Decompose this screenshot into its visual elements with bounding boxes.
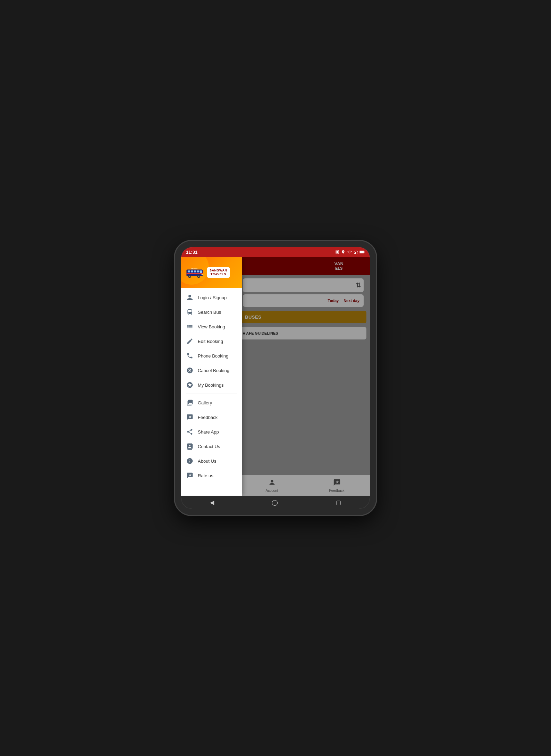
contact-icon xyxy=(186,443,194,450)
gallery-icon xyxy=(186,399,194,406)
menu-item-share-app[interactable]: Share App xyxy=(181,425,242,439)
search-bus-label: Search Bus xyxy=(198,310,221,315)
svg-rect-14 xyxy=(194,270,196,272)
menu-item-search-bus[interactable]: Search Bus xyxy=(181,305,242,319)
nav-bar: ◀ ◯ ▢ xyxy=(181,496,370,509)
svg-point-3 xyxy=(343,251,344,252)
svg-rect-15 xyxy=(197,270,200,272)
section-divider xyxy=(186,394,237,394)
share-app-label: Share App xyxy=(198,429,219,435)
svg-rect-13 xyxy=(191,270,193,272)
menu-item-about-us[interactable]: About Us xyxy=(181,454,242,468)
svg-rect-1 xyxy=(337,251,338,253)
sim-icon xyxy=(335,250,339,254)
device-frame: 11:31 VAN EL xyxy=(175,241,376,515)
view-booking-label: View Booking xyxy=(198,324,225,329)
about-us-label: About Us xyxy=(198,459,216,464)
drawer-header: SANGWAN SANGWAN TRAVELS xyxy=(181,257,242,288)
wifi-icon xyxy=(347,250,352,254)
recents-button[interactable]: ▢ xyxy=(329,496,348,509)
svg-rect-6 xyxy=(357,251,357,254)
back-button[interactable]: ◀ xyxy=(203,496,221,509)
menu-item-rate-us[interactable]: Rate us xyxy=(181,468,242,483)
feedback-icon xyxy=(186,413,194,421)
info-icon xyxy=(186,457,194,465)
home-button[interactable]: ◯ xyxy=(265,496,285,509)
person-icon xyxy=(186,294,194,301)
menu-item-view-booking[interactable]: View Booking xyxy=(181,319,242,334)
cancel-icon xyxy=(186,367,194,374)
menu-item-phone-booking[interactable]: Phone Booking xyxy=(181,348,242,363)
brand-name-line2: TRAVELS xyxy=(210,272,227,276)
bus-logo-area: SANGWAN SANGWAN TRAVELS xyxy=(185,266,230,279)
menu-item-login-signup[interactable]: Login / Signup xyxy=(181,290,242,305)
bus-image: SANGWAN xyxy=(185,266,204,279)
login-signup-label: Login / Signup xyxy=(198,295,227,300)
gallery-label: Gallery xyxy=(198,400,212,405)
status-time: 11:31 xyxy=(186,250,197,255)
menu-item-gallery[interactable]: Gallery xyxy=(181,395,242,410)
svg-point-21 xyxy=(198,276,199,277)
share-icon xyxy=(186,428,194,436)
svg-rect-5 xyxy=(355,252,356,254)
svg-rect-16 xyxy=(200,270,202,273)
list-icon xyxy=(186,323,194,330)
status-bar: 11:31 xyxy=(181,247,370,257)
screen-content: VAN ELS ⇅ Today Next day xyxy=(181,257,370,496)
phone-icon xyxy=(186,352,194,360)
brand-name-line1: SANGWAN xyxy=(210,269,227,272)
menu-item-feedback[interactable]: Feedback xyxy=(181,410,242,425)
rate-us-label: Rate us xyxy=(198,473,213,478)
menu-item-my-bookings[interactable]: My Bookings xyxy=(181,378,242,392)
feedback-label: Feedback xyxy=(198,415,218,420)
svg-rect-9 xyxy=(360,251,364,253)
my-bookings-icon xyxy=(186,381,194,389)
nav-drawer: SANGWAN SANGWAN TRAVELS xyxy=(181,257,242,496)
bus-icon xyxy=(186,308,194,316)
status-icons xyxy=(335,250,365,254)
menu-item-edit-booking[interactable]: Edit Booking xyxy=(181,334,242,348)
device-screen: 11:31 VAN EL xyxy=(181,247,370,509)
svg-text:SANGWAN: SANGWAN xyxy=(191,268,197,270)
svg-rect-12 xyxy=(188,270,190,272)
edit-booking-label: Edit Booking xyxy=(198,339,223,344)
brand-badge: SANGWAN TRAVELS xyxy=(207,267,230,278)
drawer-menu: Login / Signup Search Bus xyxy=(181,288,242,496)
phone-booking-label: Phone Booking xyxy=(198,353,228,359)
svg-rect-17 xyxy=(186,273,203,274)
my-bookings-label: My Bookings xyxy=(198,383,223,388)
svg-point-19 xyxy=(189,276,190,277)
location-icon xyxy=(341,250,345,254)
battery-icon xyxy=(359,250,365,254)
svg-rect-4 xyxy=(354,253,355,254)
menu-item-contact-us[interactable]: Contact Us xyxy=(181,439,242,454)
contact-us-label: Contact Us xyxy=(198,444,220,449)
svg-rect-8 xyxy=(364,252,365,253)
rate-icon xyxy=(186,472,194,479)
svg-rect-22 xyxy=(202,274,203,275)
cancel-booking-label: Cancel Booking xyxy=(198,368,229,373)
menu-item-cancel-booking[interactable]: Cancel Booking xyxy=(181,363,242,378)
signal-icon xyxy=(354,250,358,254)
edit-icon xyxy=(186,337,194,345)
